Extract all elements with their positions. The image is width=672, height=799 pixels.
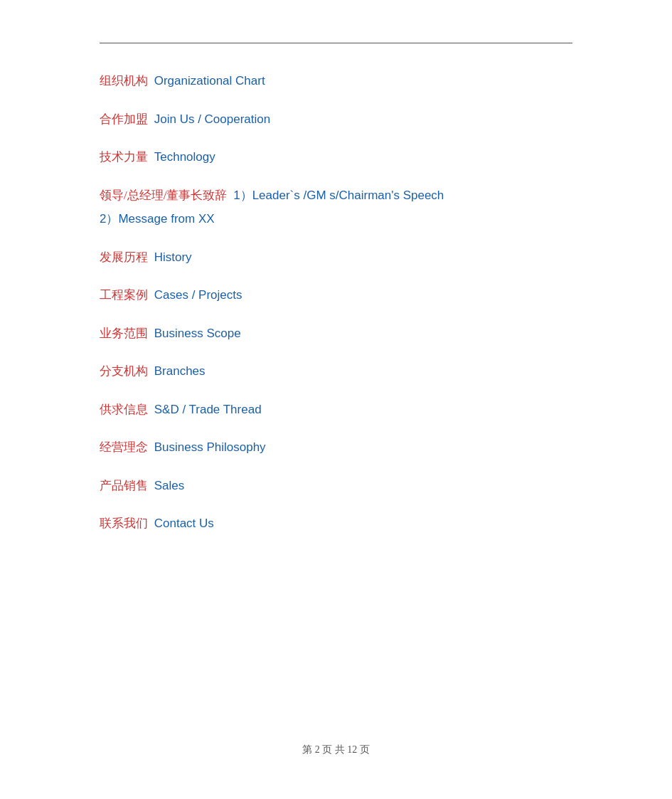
menu-item-chinese-trade-thread: 供求信息 xyxy=(100,403,148,416)
menu-item-contact-us: 联系我们 Contact Us xyxy=(100,514,572,533)
menu-item-english-trade-thread: S&D / Trade Thread xyxy=(151,403,262,416)
menu-item-chinese-join-cooperation: 合作加盟 xyxy=(100,112,148,126)
menu-item-chinese-leader-speech: 领导/总经理/董事长致辞 xyxy=(100,189,227,202)
menu-item-chinese-technology: 技术力量 xyxy=(100,150,148,164)
menu-item-chinese-sales: 产品销售 xyxy=(100,479,148,492)
menu-item-history: 发展历程 History xyxy=(100,248,572,267)
menu-item-trade-thread: 供求信息 S&D / Trade Thread xyxy=(100,401,572,419)
menu-item-english-sales: Sales xyxy=(151,479,184,492)
menu-item-english-join-cooperation: Join Us / Cooperation xyxy=(151,112,270,126)
menu-item-chinese-cases-projects: 工程案例 xyxy=(100,288,148,302)
menu-item-cases-projects: 工程案例 Cases / Projects xyxy=(100,286,572,305)
menu-item-english-history: History xyxy=(151,250,192,264)
menu-item-english-technology: Technology xyxy=(151,150,215,164)
menu-item-technology: 技术力量 Technology xyxy=(100,148,572,166)
page-container: 组织机构 Organizational Chart合作加盟 Join Us / … xyxy=(0,0,672,799)
footer-text: 第 2 页 共 12 页 xyxy=(302,744,370,755)
menu-item-sub-leader-speech: 2）Message from XX xyxy=(100,210,572,228)
menu-item-english-cases-projects: Cases / Projects xyxy=(151,288,242,302)
menu-item-org-chart: 组织机构 Organizational Chart xyxy=(100,72,572,90)
menu-item-business-philosophy: 经营理念 Business Philosophy xyxy=(100,438,572,457)
menu-item-english-org-chart: Organizational Chart xyxy=(151,74,265,88)
menu-item-business-scope: 业务范围 Business Scope xyxy=(100,324,572,343)
menu-item-english-leader-speech: 1）Leader`s /GM s/Chairman's Speech xyxy=(230,189,444,202)
menu-item-chinese-contact-us: 联系我们 xyxy=(100,517,148,530)
menu-item-branches: 分支机构 Branches xyxy=(100,362,572,381)
menu-item-chinese-org-chart: 组织机构 xyxy=(100,74,148,88)
menu-item-chinese-business-philosophy: 经营理念 xyxy=(100,440,148,454)
menu-item-join-cooperation: 合作加盟 Join Us / Cooperation xyxy=(100,110,572,129)
menu-item-chinese-branches: 分支机构 xyxy=(100,364,148,378)
menu-item-chinese-history: 发展历程 xyxy=(100,250,148,264)
menu-item-english-contact-us: Contact Us xyxy=(151,517,214,530)
menu-item-sales: 产品销售 Sales xyxy=(100,477,572,495)
menu-item-english-branches: Branches xyxy=(151,364,206,378)
page-footer: 第 2 页 共 12 页 xyxy=(0,744,672,756)
menu-list: 组织机构 Organizational Chart合作加盟 Join Us / … xyxy=(100,72,572,533)
top-divider xyxy=(100,43,572,43)
menu-item-english-business-scope: Business Scope xyxy=(151,327,241,340)
menu-item-chinese-business-scope: 业务范围 xyxy=(100,327,148,340)
menu-item-leader-speech: 领导/总经理/董事长致辞 1）Leader`s /GM s/Chairman's… xyxy=(100,186,572,228)
menu-item-english-business-philosophy: Business Philosophy xyxy=(151,440,266,454)
